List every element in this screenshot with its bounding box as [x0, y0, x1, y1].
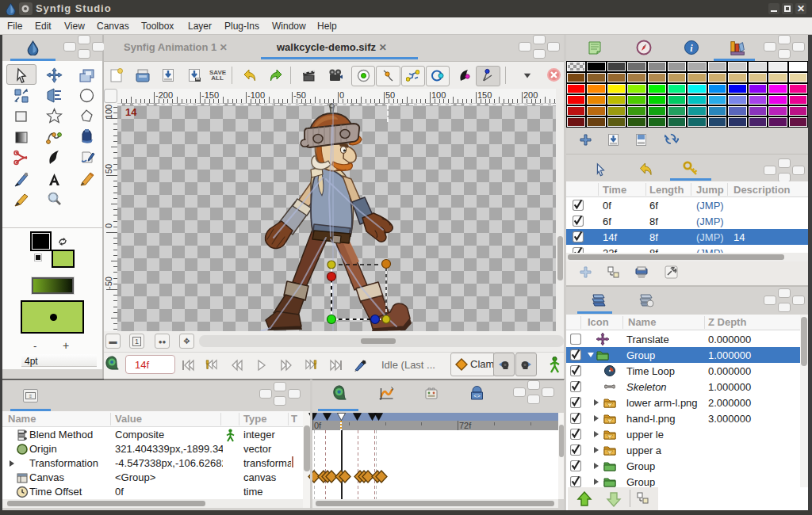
svg-text:<>: <> [473, 393, 480, 399]
